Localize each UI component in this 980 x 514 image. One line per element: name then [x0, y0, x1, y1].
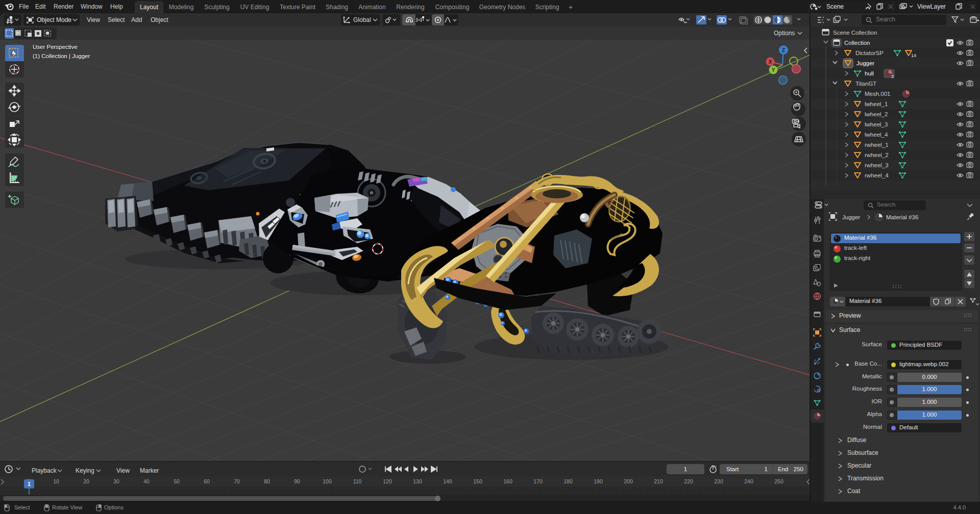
- svg-text:70: 70: [234, 478, 240, 484]
- svg-text:210: 210: [654, 478, 663, 484]
- svg-text:90: 90: [294, 478, 300, 484]
- svg-text:Y: Y: [772, 67, 775, 73]
- svg-text:150: 150: [473, 478, 482, 484]
- svg-text:14: 14: [911, 53, 916, 58]
- svg-text:X: X: [769, 59, 772, 65]
- svg-text:110: 110: [353, 478, 362, 484]
- svg-text:hull: hull: [865, 70, 874, 76]
- svg-text:Collection: Collection: [844, 40, 870, 46]
- svg-text:Mesh.001: Mesh.001: [865, 91, 891, 97]
- svg-text:220: 220: [684, 478, 693, 484]
- svg-text:60: 60: [204, 478, 210, 484]
- svg-text:Z: Z: [782, 47, 785, 53]
- svg-text:120: 120: [383, 478, 392, 484]
- svg-text:Material #36: Material #36: [886, 214, 918, 220]
- svg-text:40: 40: [143, 478, 150, 484]
- svg-text:200: 200: [624, 478, 633, 484]
- svg-text:140: 140: [443, 478, 452, 484]
- svg-text:170: 170: [533, 478, 543, 484]
- svg-text:30: 30: [113, 478, 119, 484]
- svg-text:10: 10: [53, 478, 59, 484]
- svg-text:lwheel_4: lwheel_4: [865, 132, 888, 138]
- svg-text:20: 20: [83, 478, 89, 484]
- svg-text:100: 100: [323, 478, 332, 484]
- svg-text:160: 160: [503, 478, 512, 484]
- svg-text:DictatorSP: DictatorSP: [855, 50, 884, 56]
- svg-text:TitanGT: TitanGT: [855, 81, 876, 87]
- svg-text:190: 190: [594, 478, 603, 484]
- svg-text:Scene Collection: Scene Collection: [833, 30, 877, 36]
- svg-text:130: 130: [413, 478, 422, 484]
- svg-text:Jugger: Jugger: [856, 60, 874, 66]
- svg-text:180: 180: [564, 478, 573, 484]
- svg-text:50: 50: [174, 478, 180, 484]
- svg-text:240: 240: [744, 478, 753, 484]
- svg-text:rwheel_1: rwheel_1: [865, 142, 889, 148]
- svg-text:rwheel_3: rwheel_3: [865, 162, 889, 168]
- svg-text:3: 3: [891, 74, 894, 79]
- svg-text:lwheel_1: lwheel_1: [865, 101, 888, 107]
- svg-text:250: 250: [774, 478, 783, 484]
- svg-text:230: 230: [714, 478, 723, 484]
- svg-text:lwheel_2: lwheel_2: [865, 111, 888, 117]
- svg-text:80: 80: [264, 478, 270, 484]
- svg-text:rwheel_2: rwheel_2: [865, 152, 889, 158]
- svg-text:rwheel_4: rwheel_4: [865, 172, 889, 178]
- svg-text:Jugger: Jugger: [842, 214, 860, 220]
- svg-text:lwheel_3: lwheel_3: [865, 121, 888, 127]
